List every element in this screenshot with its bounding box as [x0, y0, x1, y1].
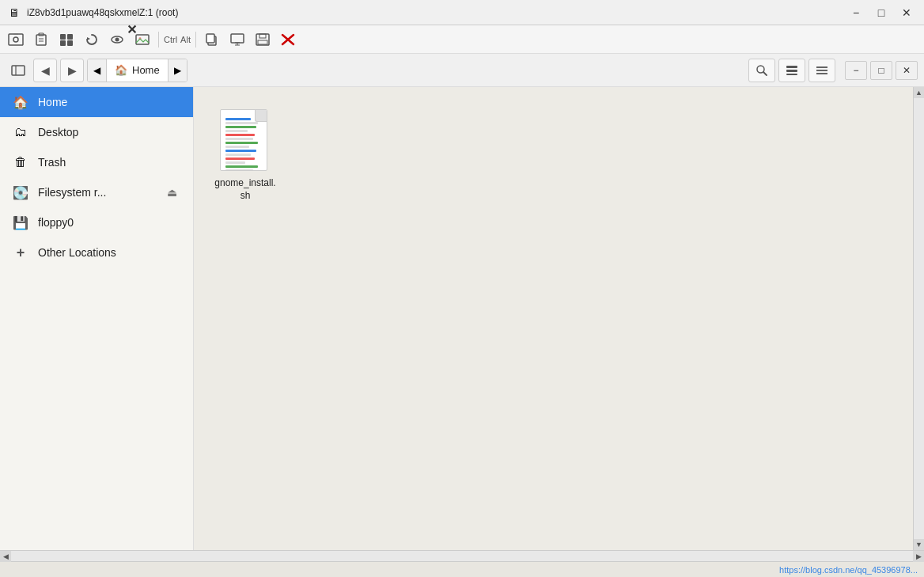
svg-rect-10 — [67, 40, 73, 46]
tb-btn-save[interactable] — [252, 29, 274, 50]
tb-btn-eye[interactable] — [106, 29, 128, 50]
svg-rect-27 — [12, 66, 25, 75]
sidebar-item-home[interactable]: 🏠 Home — [0, 87, 193, 117]
scrollbar-track[interactable] — [914, 98, 924, 539]
svg-rect-3 — [36, 35, 46, 45]
list-view-button[interactable] — [778, 59, 805, 82]
tb-btn-copy[interactable] — [201, 29, 223, 50]
grid-icon — [59, 32, 74, 47]
tb-btn-display[interactable] — [226, 29, 248, 50]
svg-rect-17 — [206, 34, 214, 43]
ctrl-label: Ctrl — [164, 35, 177, 44]
sidebar-trash-label: Trash — [38, 156, 66, 169]
tb-btn-2[interactable] — [30, 29, 52, 50]
sidebar-item-desktop[interactable]: 🗂 Desktop — [0, 117, 193, 147]
svg-point-1 — [13, 37, 18, 42]
title-text: iZ8vb3d1puawq48qskxmelZ:1 (root) — [27, 7, 178, 18]
svg-rect-8 — [67, 34, 73, 40]
toolbar-sep-2 — [195, 32, 196, 47]
toolbar: ✕ — [0, 25, 924, 54]
hscroll-track[interactable] — [11, 551, 913, 561]
location-prev-button[interactable]: ◀ — [88, 59, 107, 82]
bottom-scrollbar: ◀ ▶ — [0, 550, 924, 561]
main-layout: 🏠 Home 🗂 Desktop 🗑 Trash 💽 Filesystem r.… — [0, 87, 924, 550]
maximize-button[interactable]: □ — [870, 4, 892, 21]
floppy-sidebar-icon: 💾 — [13, 215, 28, 230]
svg-rect-9 — [60, 40, 66, 46]
status-url: https://blog.csdn.ne/qq_45396978... — [779, 565, 918, 575]
window-controls: − □ ✕ — [845, 4, 918, 21]
svg-rect-18 — [231, 34, 244, 43]
svg-marker-11 — [87, 37, 90, 40]
svg-point-13 — [116, 37, 119, 41]
location-bar: ◀ 🏠 Home ▶ — [87, 59, 187, 82]
svg-rect-31 — [786, 66, 797, 68]
search-button[interactable] — [748, 59, 775, 82]
title-bar: 🖥 iZ8vb3d1puawq48qskxmelZ:1 (root) − □ ✕ — [0, 0, 924, 25]
other-locations-icon: + — [13, 245, 28, 261]
forward-button[interactable]: ▶ — [60, 59, 84, 82]
nav-minimize-button[interactable]: − — [845, 61, 867, 80]
sidebar-toggle-icon — [11, 64, 25, 77]
desktop-sidebar-icon: 🗂 — [13, 125, 28, 139]
svg-rect-14 — [136, 35, 149, 44]
nav-bar: ◀ ▶ ◀ 🏠 Home ▶ — [0, 54, 924, 87]
nav-maximize-button[interactable]: □ — [870, 61, 892, 80]
file-doc-lines — [221, 113, 267, 171]
sidebar-floppy-label: floppy0 — [38, 216, 74, 229]
sidebar-other-label: Other Locations — [38, 246, 116, 259]
sidebar-item-filesystem[interactable]: 💽 Filesystem r... ⏏ — [0, 177, 193, 207]
content-area: gnome_install.sh — [194, 87, 913, 550]
back-button[interactable]: ◀ — [33, 59, 57, 82]
home-breadcrumb[interactable]: 🏠 Home — [107, 59, 168, 82]
tb-btn-grid[interactable] — [55, 29, 78, 50]
nav-window-controls: − □ ✕ — [845, 61, 918, 80]
refresh-icon — [84, 32, 100, 47]
sidebar-item-floppy[interactable]: 💾 floppy0 — [0, 207, 193, 237]
close-button[interactable]: ✕ — [896, 4, 918, 21]
file-item-gnome-install[interactable]: gnome_install.sh — [210, 103, 281, 208]
right-scrollbar: ▲ ▼ — [913, 87, 924, 550]
menu-button[interactable] — [808, 59, 835, 82]
clipboard-icon — [33, 32, 49, 47]
tb-btn-refresh[interactable] — [81, 29, 103, 50]
file-label-gnome-install: gnome_install.sh — [213, 177, 278, 202]
image-icon — [134, 32, 150, 47]
list-view-icon — [786, 65, 798, 76]
hscroll-right-button[interactable]: ▶ — [913, 551, 924, 562]
toolbar-close-x[interactable]: ✕ — [127, 24, 137, 36]
title-bar-left: 🖥 iZ8vb3d1puawq48qskxmelZ:1 (root) — [6, 5, 178, 21]
copy-icon — [204, 32, 220, 47]
sidebar-desktop-label: Desktop — [38, 126, 78, 139]
sidebar-filesystem-label: Filesystem r... — [38, 186, 106, 199]
sidebar-item-other-locations[interactable]: + Other Locations — [0, 237, 193, 268]
tb-btn-screenshot[interactable] — [5, 29, 27, 50]
search-icon — [755, 64, 768, 77]
nav-close-button[interactable]: ✕ — [896, 61, 918, 80]
file-doc-preview — [220, 109, 267, 171]
alt-label: Alt — [180, 35, 191, 44]
svg-rect-32 — [786, 70, 797, 72]
minimize-button[interactable]: − — [845, 4, 867, 21]
location-next-button[interactable]: ▶ — [168, 59, 187, 82]
filesystem-eject-button[interactable]: ⏏ — [164, 184, 180, 200]
svg-rect-2 — [13, 33, 18, 35]
trash-sidebar-icon: 🗑 — [13, 155, 28, 169]
sidebar-toggle-button[interactable] — [6, 59, 30, 82]
home-label: Home — [132, 64, 160, 76]
save-icon — [255, 32, 271, 47]
scroll-up-button[interactable]: ▲ — [914, 87, 925, 98]
svg-rect-7 — [60, 34, 66, 40]
eye-icon — [109, 32, 125, 47]
sidebar-item-trash[interactable]: 🗑 Trash — [0, 147, 193, 177]
tb-btn-delete[interactable] — [277, 29, 299, 50]
home-icon: 🏠 — [115, 64, 127, 76]
hscroll-left-button[interactable]: ◀ — [0, 551, 11, 562]
svg-line-30 — [763, 72, 767, 75]
status-bar: https://blog.csdn.ne/qq_45396978... — [0, 561, 924, 577]
scroll-down-button[interactable]: ▼ — [914, 539, 925, 550]
svg-rect-0 — [9, 34, 23, 45]
filesystem-sidebar-icon: 💽 — [13, 185, 28, 200]
home-sidebar-icon: 🏠 — [13, 95, 28, 110]
menu-icon — [816, 65, 828, 76]
